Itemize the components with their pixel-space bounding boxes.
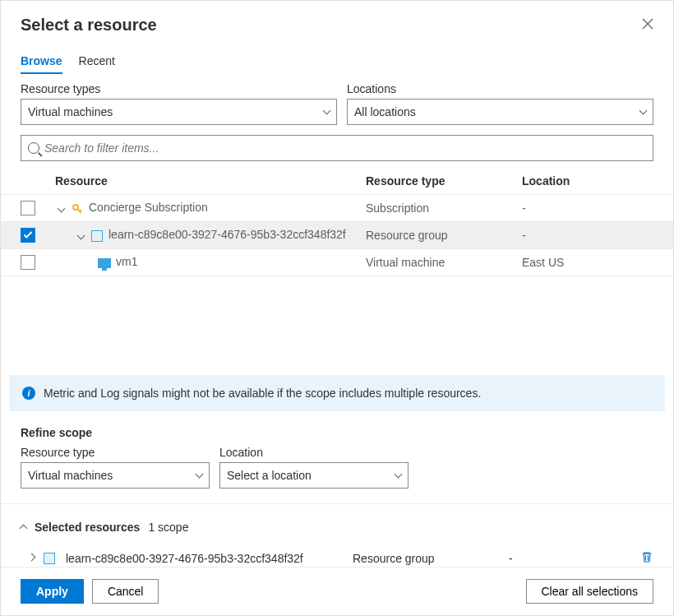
refine-location-label: Location (219, 446, 409, 459)
refine-scope-heading: Refine scope (21, 426, 653, 439)
refine-resource-type-label: Resource type (21, 446, 210, 459)
row-type: Resource group (366, 229, 522, 242)
chevron-down-icon (395, 470, 403, 479)
row-resource-name: Concierge Subscription (89, 201, 208, 214)
cancel-button[interactable]: Cancel (92, 579, 159, 604)
column-type: Resource type (366, 174, 522, 188)
chevron-down-icon (196, 470, 204, 479)
search-container (21, 135, 653, 161)
chevron-right-icon[interactable] (28, 553, 36, 561)
info-message-text: Metric and Log signals might not be avai… (44, 387, 481, 400)
row-checkbox[interactable] (21, 228, 35, 243)
tab-browse[interactable]: Browse (21, 49, 62, 74)
expand-icon[interactable] (77, 232, 85, 240)
dialog-title: Select a resource (21, 16, 157, 35)
close-button[interactable] (642, 18, 653, 33)
key-icon (71, 202, 84, 215)
tab-recent[interactable]: Recent (79, 49, 115, 74)
row-type: Virtual machine (366, 256, 522, 269)
row-resource-name: learn-c89c8e00-3927-4676-95b3-32ccf348f3… (108, 228, 346, 241)
apply-button[interactable]: Apply (21, 579, 84, 604)
row-resource-cell: vm1 (47, 255, 366, 269)
collapse-icon[interactable] (20, 525, 28, 533)
resource-group-icon (90, 229, 104, 243)
column-location: Location (522, 174, 653, 188)
row-resource-cell: Concierge Subscription (47, 201, 366, 215)
selected-item-location: - (509, 552, 640, 565)
locations-label: Locations (347, 82, 653, 95)
expand-icon[interactable] (58, 205, 66, 213)
refine-resource-type-value: Virtual machines (28, 469, 113, 482)
refine-resource-type-select[interactable]: Virtual machines (21, 462, 210, 489)
tabs: Browse Recent (1, 43, 673, 74)
selected-resources-heading: Selected resources (35, 521, 140, 534)
refine-location-select[interactable]: Select a location (219, 462, 409, 489)
table-row[interactable]: Concierge SubscriptionSubscription- (1, 195, 673, 222)
resource-group-icon (43, 552, 56, 565)
table-row[interactable]: learn-c89c8e00-3927-4676-95b3-32ccf348f3… (1, 222, 673, 249)
trash-icon (640, 550, 653, 563)
selected-item-name: learn-c89c8e00-3927-4676-95b3-32ccf348f3… (66, 552, 303, 565)
close-icon (642, 18, 653, 30)
row-resource-name: vm1 (116, 255, 137, 268)
info-icon: i (22, 387, 35, 400)
selected-item-type: Resource group (353, 552, 509, 565)
info-message-bar: i Metric and Log signals might not be av… (9, 375, 665, 411)
table-header: Resource Resource type Location (1, 168, 673, 195)
remove-selected-button[interactable] (640, 550, 653, 566)
selected-resources-count: 1 scope (148, 521, 188, 534)
resource-types-value: Virtual machines (28, 105, 113, 118)
row-location: - (522, 229, 653, 242)
refine-location-value: Select a location (227, 469, 312, 482)
row-checkbox[interactable] (21, 201, 35, 215)
column-resource: Resource (47, 174, 366, 188)
row-type: Subscription (366, 201, 522, 215)
table-row[interactable]: vm1Virtual machineEast US (1, 249, 673, 276)
row-checkbox[interactable] (21, 255, 35, 270)
resource-types-select[interactable]: Virtual machines (21, 99, 337, 125)
row-location: - (522, 201, 653, 215)
search-icon (28, 142, 39, 154)
search-input[interactable] (44, 141, 646, 155)
resource-types-label: Resource types (21, 82, 337, 95)
locations-value: All locations (354, 105, 416, 118)
row-resource-cell: learn-c89c8e00-3927-4676-95b3-32ccf348f3… (47, 228, 366, 242)
chevron-down-icon (323, 107, 331, 115)
clear-all-button[interactable]: Clear all selections (526, 579, 654, 604)
locations-select[interactable]: All locations (347, 99, 653, 125)
row-location: East US (522, 256, 653, 269)
virtual-machine-icon (98, 257, 111, 270)
chevron-down-icon (639, 107, 648, 115)
